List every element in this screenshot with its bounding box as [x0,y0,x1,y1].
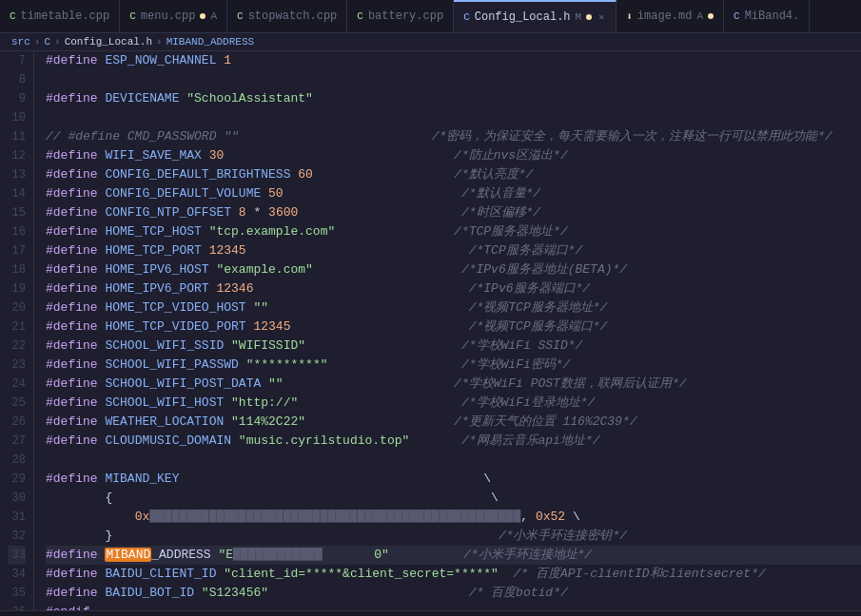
ln-20: 20 [8,298,26,318]
code-line-11: // #define CMD_PASSWORD "" /*密码，为保证安全，每天… [46,127,861,146]
code-line-19: #define HOME_IPV6_PORT 12346 /*IPv6服务器端口… [46,279,861,298]
tab-icon-timetable: C [10,10,16,22]
code-line-36: #endif [46,603,861,610]
code-line-35: #define BAIDU_BOT_ID "S123456" /* 百度boti… [46,584,861,603]
ln-12: 12 [8,146,26,165]
status-bar: CSDN @ouybg [0,610,861,616]
code-line-28 [46,451,861,470]
tab-dot-image [708,13,714,19]
ln-21: 21 [8,318,26,337]
breadcrumb-src: src [11,36,30,48]
tab-label-stopwatch: stopwatch.cpp [248,10,338,23]
code-line-8 [46,70,861,89]
tab-bar: C timetable.cpp C menu.cpp A C stopwatch… [0,0,861,33]
tab-label-image: image.md [637,10,693,23]
ln-17: 17 [8,241,26,260]
ln-32: 32 [8,527,26,546]
code-line-9: #define DEVICENAME "SchoolAssistant" [46,89,861,108]
ln-15: 15 [8,203,26,222]
ln-11: 11 [8,127,26,146]
tab-dot-config [586,14,592,20]
ln-30: 30 [8,489,26,508]
code-line-18: #define HOME_IPV6_HOST "example.com" /*I… [46,260,861,279]
editor: 7 8 9 10 11 12 13 14 15 16 17 18 19 20 2… [0,51,861,610]
ln-18: 18 [8,260,26,279]
code-line-23: #define SCHOOL_WIFI_PASSWD "*********" /… [46,356,861,375]
tab-icon-stopwatch: C [237,10,244,22]
ln-7: 7 [8,51,26,70]
ln-33: 33 [8,546,26,565]
code-line-20: #define HOME_TCP_VIDEO_HOST "" /*视频TCP服务… [46,298,861,318]
tab-image[interactable]: ⬇ image.md A [616,0,724,32]
code-line-34: #define BAIDU_CLIENT_ID "client_id=*****… [46,565,861,584]
code-line-17: #define HOME_TCP_PORT 12345 /*TCP服务器端口*/ [46,241,861,260]
ln-31: 31 [8,508,26,527]
code-line-15: #define CONFIG_NTP_OFFSET 8 * 3600 /*时区偏… [46,203,861,222]
tab-icon-config: C [463,11,470,23]
ln-27: 27 [8,432,26,451]
line-numbers: 7 8 9 10 11 12 13 14 15 16 17 18 19 20 2… [0,51,34,610]
tab-label-battery: battery.cpp [368,10,443,23]
tab-label-menu: menu.cpp [141,10,196,23]
tab-label-timetable: timetable.cpp [21,10,110,23]
ln-22: 22 [8,337,26,356]
ln-14: 14 [8,184,26,203]
code-line-25: #define SCHOOL_WIFI_HOST "http://" /*学校W… [46,394,861,413]
ln-9: 9 [8,89,26,108]
tab-icon-image: ⬇ [626,10,633,23]
code-line-33: #define MIBAND_ADDRESS "E████████████ 0"… [46,546,861,565]
tab-extra-config: M [576,11,582,23]
code-line-22: #define SCHOOL_WIFI_SSID "WIFISSID" /*学校… [46,337,861,356]
tab-config-local[interactable]: C Config_Local.h M ✕ [454,0,616,32]
tab-label-config: Config_Local.h [475,10,571,24]
tab-battery[interactable]: C battery.cpp [347,0,454,32]
ln-13: 13 [8,165,26,184]
tab-icon-menu: C [129,10,136,22]
ln-36: 36 [8,603,26,610]
code-line-27: #define CLOUDMUSIC_DOMAIN "music.cyrilst… [46,432,861,451]
code-line-12: #define WIFI_SAVE_MAX 30 /*防止nvs区溢出*/ [46,146,861,165]
code-line-10 [46,108,861,127]
tab-extra-menu: A [210,10,217,22]
tab-miband4[interactable]: C MiBand4. [724,0,810,32]
tab-timetable[interactable]: C timetable.cpp [0,0,120,32]
ln-8: 8 [8,70,26,89]
code-line-24: #define SCHOOL_WIFI_POST_DATA "" /*学校WiF… [46,375,861,394]
code-line-16: #define HOME_TCP_HOST "tcp.example.com" … [46,222,861,241]
tab-menu[interactable]: C menu.cpp A [120,0,227,32]
code-line-32: } /*小米手环连接密钥*/ [46,527,861,546]
ln-25: 25 [8,394,26,413]
code-area[interactable]: #define ESP_NOW_CHANNEL 1 #define DEVICE… [34,51,861,610]
breadcrumb-type: C [44,36,50,48]
ln-16: 16 [8,222,26,241]
code-line-21: #define HOME_TCP_VIDEO_PORT 12345 /*视频TC… [46,318,861,337]
code-line-29: #define MIBAND_KEY \ [46,470,861,489]
ln-28: 28 [8,451,26,470]
code-line-14: #define CONFIG_DEFAULT_VOLUME 50 /*默认音量*… [46,184,861,203]
ln-26: 26 [8,413,26,432]
ln-23: 23 [8,356,26,375]
code-line-31: 0x██████████████████████████████████████… [46,508,861,527]
tab-icon-miband4: C [734,10,740,22]
tab-close-config[interactable]: ✕ [597,10,606,24]
tab-label-miband4: MiBand4. [745,10,800,23]
code-line-30: { \ [46,489,861,508]
ln-35: 35 [8,584,26,603]
tab-icon-battery: C [357,10,363,22]
ln-10: 10 [8,108,26,127]
tab-extra-image: A [696,10,703,22]
breadcrumb-file: Config_Local.h [65,36,152,48]
tab-stopwatch[interactable]: C stopwatch.cpp [227,0,347,32]
breadcrumb-symbol: MIBAND_ADDRESS [166,36,254,48]
code-line-13: #define CONFIG_DEFAULT_BRIGHTNESS 60 /*默… [46,165,861,184]
ln-24: 24 [8,375,26,394]
breadcrumb: src › C › Config_Local.h › MIBAND_ADDRES… [0,33,861,51]
ln-34: 34 [8,565,26,584]
code-line-26: #define WEATHER_LOCATION "114%2C22" /*更新… [46,413,861,432]
ln-19: 19 [8,279,26,298]
code-line-7: #define ESP_NOW_CHANNEL 1 [46,51,861,70]
ln-29: 29 [8,470,26,489]
tab-dot-menu [200,13,205,19]
